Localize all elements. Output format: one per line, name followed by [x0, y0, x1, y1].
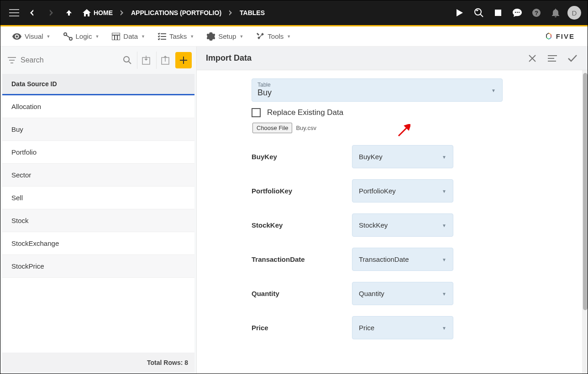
back-icon[interactable] — [25, 5, 40, 20]
import-icon[interactable] — [137, 52, 154, 69]
svg-point-8 — [64, 33, 67, 36]
add-button[interactable] — [175, 52, 192, 68]
home-icon — [83, 9, 91, 16]
bell-icon[interactable] — [548, 5, 563, 20]
table-select-label: Table — [257, 82, 497, 88]
eye-icon — [12, 33, 21, 40]
replace-checkbox[interactable] — [252, 108, 261, 117]
main: Data Source ID Allocation Buy Portfolio … — [0, 47, 588, 374]
list-item[interactable]: Allocation — [2, 95, 194, 118]
menu-setup-label: Setup — [218, 32, 236, 40]
menu-setup[interactable]: Setup▼ — [200, 32, 250, 41]
svg-point-0 — [475, 9, 481, 15]
menu-data-label: Data — [123, 32, 138, 40]
svg-point-2 — [515, 12, 516, 13]
mapping-select[interactable]: BuyKey ▼ — [352, 145, 453, 168]
mapping-label: BuyKey — [252, 153, 352, 161]
menu-tools[interactable]: Tools▼ — [250, 32, 297, 41]
menubar: Visual▼ Logic▼ Data▼ Tasks▼ Setup▼ Tools… — [0, 26, 588, 47]
chat-icon[interactable] — [510, 5, 525, 20]
menu-icon[interactable] — [7, 5, 21, 20]
crumb-applications[interactable]: APPLICATIONS (PORTFOLIO) — [128, 9, 224, 16]
menu-tools-label: Tools — [268, 32, 284, 40]
mapping-row: PortfolioKey PortfolioKey ▼ — [252, 179, 569, 203]
table-icon — [112, 33, 120, 40]
close-icon[interactable] — [526, 52, 538, 64]
search-input[interactable] — [21, 51, 118, 69]
svg-rect-10 — [112, 33, 120, 40]
tasks-icon — [158, 33, 166, 40]
menu-tasks-label: Tasks — [169, 32, 187, 40]
menu-visual-label: Visual — [25, 32, 43, 40]
filter-icon[interactable] — [5, 57, 19, 63]
list-footer: Total Rows: 8 — [2, 353, 194, 373]
mapping-label: Quantity — [252, 290, 352, 297]
chevron-down-icon: ▼ — [442, 257, 446, 262]
chevron-down-icon: ▼ — [442, 325, 446, 330]
brand: FIVE — [544, 32, 582, 41]
play-icon[interactable] — [452, 5, 467, 20]
chevron-down-icon: ▼ — [442, 291, 446, 296]
mapping-value: BuyKey — [359, 153, 383, 161]
list-item[interactable]: Portfolio — [2, 141, 194, 164]
mapping-select[interactable]: PortfolioKey ▼ — [352, 179, 453, 203]
chevron-down-icon: ▼ — [491, 88, 496, 93]
list-item[interactable]: Stock — [2, 209, 194, 232]
data-source-list: Allocation Buy Portfolio Sector Sell Sto… — [2, 95, 194, 353]
choose-file-button[interactable]: Choose File — [252, 123, 292, 133]
mapping-select[interactable]: StockKey ▼ — [352, 213, 453, 237]
mapping-select[interactable]: TransactionDate ▼ — [352, 248, 453, 271]
mapping-select[interactable]: Quantity ▼ — [352, 282, 453, 305]
crumb-home-label: HOME — [94, 9, 113, 16]
mapping-value: PortfolioKey — [359, 187, 396, 195]
chevron-down-icon: ▼ — [442, 154, 446, 159]
menu-data[interactable]: Data▼ — [105, 32, 152, 40]
list-header: Data Source ID — [2, 74, 194, 95]
mapping-label: TransactionDate — [252, 255, 352, 263]
list-toggle-icon[interactable] — [546, 52, 558, 64]
table-select[interactable]: Table Buy ▼ — [252, 78, 503, 102]
search-row — [2, 48, 194, 72]
crumb-home[interactable]: HOME — [80, 9, 116, 16]
tools-icon — [256, 32, 264, 41]
crumb-tables[interactable]: TABLES — [237, 9, 268, 16]
help-icon[interactable]: ? — [529, 5, 544, 20]
mapping-row: StockKey StockKey ▼ — [252, 213, 569, 237]
list-item[interactable]: Buy — [2, 118, 194, 141]
export-icon[interactable] — [156, 52, 173, 69]
up-icon[interactable] — [62, 5, 76, 20]
avatar[interactable]: D — [567, 6, 581, 20]
svg-point-4 — [519, 12, 520, 13]
chevron-down-icon: ▼ — [442, 223, 446, 228]
logic-icon — [63, 32, 73, 41]
mapping-select[interactable]: Price ▼ — [352, 316, 453, 339]
menu-visual[interactable]: Visual▼ — [6, 32, 57, 40]
mapping-value: TransactionDate — [359, 255, 409, 263]
mapping-row: BuyKey BuyKey ▼ — [252, 145, 569, 168]
mapping-label: StockKey — [252, 221, 352, 229]
mapping-row: Price Price ▼ — [252, 316, 569, 339]
chevron-down-icon: ▼ — [442, 188, 446, 193]
mapping-row: Quantity Quantity ▼ — [252, 282, 569, 305]
list-item[interactable]: Sell — [2, 187, 194, 209]
form-body: Table Buy ▼ Replace Existing Data Choose… — [197, 70, 588, 374]
replace-existing-row: Replace Existing Data — [252, 108, 569, 117]
search-zoom-icon[interactable] — [472, 5, 486, 20]
mapping-value: Quantity — [359, 290, 384, 297]
mapping-value: Price — [359, 324, 374, 332]
svg-point-11 — [124, 57, 129, 62]
file-name: Buy.csv — [296, 125, 316, 131]
stop-icon[interactable] — [491, 5, 505, 20]
confirm-icon[interactable] — [567, 52, 578, 64]
search-icon[interactable] — [120, 56, 135, 65]
scrollbar-thumb[interactable] — [583, 73, 588, 310]
list-item[interactable]: Sector — [2, 164, 194, 187]
crumb-tables-label: TABLES — [240, 9, 265, 16]
menu-tasks[interactable]: Tasks▼ — [152, 32, 200, 40]
menu-logic[interactable]: Logic▼ — [57, 32, 106, 41]
list-item[interactable]: StockPrice — [2, 255, 194, 278]
scrollbar[interactable] — [582, 70, 588, 374]
svg-point-9 — [69, 37, 72, 40]
list-item[interactable]: StockExchange — [2, 232, 194, 255]
form-title: Import Data — [206, 53, 252, 63]
